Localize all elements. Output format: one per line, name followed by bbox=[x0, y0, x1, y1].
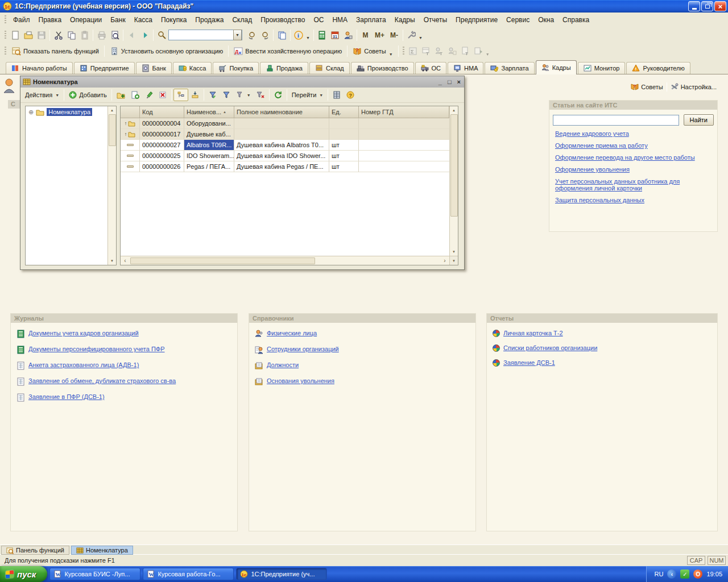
menu-cash[interactable]: Касса bbox=[130, 14, 156, 26]
service-settings-button[interactable]: ▼ bbox=[405, 28, 424, 41]
restore-button[interactable] bbox=[701, 1, 713, 11]
menu-enterprise[interactable]: Предприятие bbox=[452, 14, 502, 26]
tree-item-nomenclature[interactable]: ⊕ Номенклатура bbox=[26, 106, 116, 117]
find-button[interactable] bbox=[155, 28, 168, 41]
toolbar-grip[interactable] bbox=[5, 47, 6, 56]
report-link[interactable]: Личная карточка Т-2 bbox=[503, 330, 563, 336]
scrollbar-thumb[interactable] bbox=[130, 257, 315, 264]
toolbar-grip[interactable] bbox=[5, 31, 6, 40]
tab-rukovoditelyu[interactable]: !Руководителю bbox=[626, 62, 690, 74]
journal-link[interactable]: Анкета застрахованного лица (АДВ-1) bbox=[28, 361, 139, 368]
table-row[interactable]: 00000000025 IDO Showeram... Душевая каби… bbox=[121, 151, 449, 161]
memory-m-button[interactable]: М bbox=[359, 28, 372, 41]
its-find-button[interactable]: Найти bbox=[684, 114, 714, 126]
its-article-link[interactable]: Учет персональных данных работника для о… bbox=[555, 178, 697, 192]
language-indicator[interactable]: RU bbox=[655, 571, 664, 577]
filter-clear-button[interactable] bbox=[254, 89, 267, 101]
window-tab-function-panel[interactable]: Панель функций bbox=[1, 546, 69, 555]
tab-predpriyatie[interactable]: Предприятие bbox=[74, 62, 135, 74]
taskbar-task-word-1[interactable]: W Курсовая БУИС -Луп... bbox=[49, 568, 140, 580]
its-article-link[interactable]: Защита персональных данных bbox=[555, 197, 644, 203]
delete-button[interactable] bbox=[156, 89, 169, 101]
help-button[interactable]: ? bbox=[344, 89, 357, 101]
close-button[interactable]: × bbox=[714, 1, 726, 11]
move-to-group-button[interactable] bbox=[188, 89, 202, 101]
journal-link[interactable]: Заявление в ПФР (ДСВ-1) bbox=[28, 393, 105, 400]
its-search-input[interactable] bbox=[553, 115, 679, 126]
menu-reports[interactable]: Отчеты bbox=[420, 14, 451, 26]
person-template-button[interactable]: Т bbox=[433, 45, 446, 58]
table-row[interactable]: ↑ 00000000017 Душевые каб... bbox=[121, 129, 449, 140]
taskbar-task-1c[interactable]: 1с 1С:Предприятие (уч... bbox=[236, 568, 327, 580]
scroll-up-arrow[interactable]: ▲ bbox=[109, 106, 116, 114]
nomenclature-titlebar[interactable]: Номенклатура _ □ × bbox=[20, 76, 464, 88]
tips-link[interactable]: ? Советы bbox=[631, 83, 663, 91]
menu-sale[interactable]: Продажа bbox=[191, 14, 228, 26]
scrollbar-thumb[interactable] bbox=[109, 114, 116, 146]
language-bar-icon[interactable]: ‹ bbox=[667, 569, 676, 579]
scroll-right-arrow[interactable]: › bbox=[440, 257, 449, 265]
open-document-button[interactable] bbox=[22, 28, 35, 41]
save-button[interactable] bbox=[35, 28, 48, 41]
add-group-button[interactable] bbox=[114, 89, 128, 101]
document-template-button[interactable]: Т bbox=[459, 45, 472, 58]
search-dropdown-button[interactable]: ▼ bbox=[233, 30, 242, 40]
window-close-button[interactable]: × bbox=[457, 78, 461, 85]
filter-history-button[interactable]: ▼ bbox=[233, 89, 254, 101]
tree-expander-icon[interactable]: ⊕ bbox=[28, 109, 34, 116]
menu-salary[interactable]: Зарплата bbox=[352, 14, 390, 26]
table-row[interactable]: 00000000027 Albatros T09R... Душевая каб… bbox=[121, 140, 449, 151]
toolbar-grip[interactable] bbox=[403, 47, 404, 56]
add-copy-button[interactable] bbox=[128, 89, 142, 101]
back-button[interactable] bbox=[125, 28, 138, 41]
paste-button[interactable] bbox=[78, 28, 91, 41]
enter-operation-button[interactable]: Дк Ввести хозяйственную операцию bbox=[230, 45, 345, 58]
new-document-button[interactable] bbox=[9, 28, 22, 41]
selected-cell[interactable]: Albatros T09R... bbox=[184, 140, 234, 151]
window-maximize-button[interactable]: □ bbox=[448, 78, 452, 85]
column-header-name[interactable]: Наименов...▲ bbox=[184, 106, 234, 118]
its-article-link[interactable]: Оформление увольнения bbox=[555, 166, 630, 173]
report-link[interactable]: Списки работников организации bbox=[503, 344, 597, 351]
tab-sklad[interactable]: Склад bbox=[309, 62, 350, 74]
show-function-panel-button[interactable]: Показать панель функций bbox=[9, 45, 102, 58]
journal-link[interactable]: Документы персонифицированного учета ПФР bbox=[28, 346, 165, 352]
catalog-link[interactable]: Физические лица bbox=[267, 330, 317, 336]
add-button[interactable]: Добавить bbox=[66, 89, 110, 101]
filter-settings-button[interactable] bbox=[206, 89, 220, 101]
goto-menu-button[interactable]: Перейти▼ bbox=[289, 89, 326, 101]
edit-button[interactable] bbox=[142, 89, 156, 101]
tab-pokupka[interactable]: Покупка bbox=[213, 62, 259, 74]
its-article-link[interactable]: Оформление приема на работу bbox=[555, 142, 648, 149]
column-header-type[interactable] bbox=[121, 106, 140, 118]
menu-warehouse[interactable]: Склад bbox=[228, 14, 256, 26]
catalog-link[interactable]: Сотрудники организаций bbox=[267, 346, 339, 352]
menu-purchase[interactable]: Покупка bbox=[157, 14, 191, 26]
copy-special-button[interactable] bbox=[275, 28, 288, 41]
find-previous-button[interactable] bbox=[258, 28, 271, 41]
tab-monitor[interactable]: Монитор bbox=[578, 62, 626, 74]
its-article-link[interactable]: Ведение кадрового учета bbox=[555, 130, 629, 137]
info-button[interactable]: i▼ bbox=[292, 28, 312, 41]
browser-tray-icon[interactable]: O bbox=[693, 569, 702, 579]
calendar-button[interactable]: 31 bbox=[329, 28, 342, 41]
menu-hr[interactable]: Кадры bbox=[391, 14, 419, 26]
person-list-button[interactable] bbox=[446, 45, 459, 58]
menu-edit[interactable]: Правка bbox=[35, 14, 66, 26]
scroll-down-arrow[interactable]: ▼ bbox=[109, 257, 116, 265]
column-header-gtd[interactable]: Номер ГТД bbox=[359, 106, 449, 118]
menu-operations[interactable]: Операции bbox=[66, 14, 106, 26]
catalog-link[interactable]: Основания увольнения bbox=[267, 377, 334, 384]
tips-button[interactable]: ? Советы ▼ bbox=[349, 45, 396, 58]
memory-m-plus-button[interactable]: М+ bbox=[372, 28, 387, 41]
window-minimize-button[interactable]: _ bbox=[439, 78, 442, 85]
set-main-organization-button[interactable]: Установить основную организацию bbox=[106, 45, 227, 58]
menu-windows[interactable]: Окна bbox=[534, 14, 558, 26]
journal-link[interactable]: Документы учета кадров организаций bbox=[28, 330, 139, 336]
scroll-left-arrow[interactable]: ‹ bbox=[121, 257, 130, 265]
settings-link[interactable]: Настройка... bbox=[671, 83, 717, 91]
tab-proizvodstvo[interactable]: Производство bbox=[351, 62, 414, 74]
table-row[interactable]: ↑ 00000000004 Оборудовани... bbox=[121, 118, 449, 129]
copy-button[interactable] bbox=[65, 28, 78, 41]
tab-nachalo-raboty[interactable]: Начало работы bbox=[6, 62, 73, 74]
